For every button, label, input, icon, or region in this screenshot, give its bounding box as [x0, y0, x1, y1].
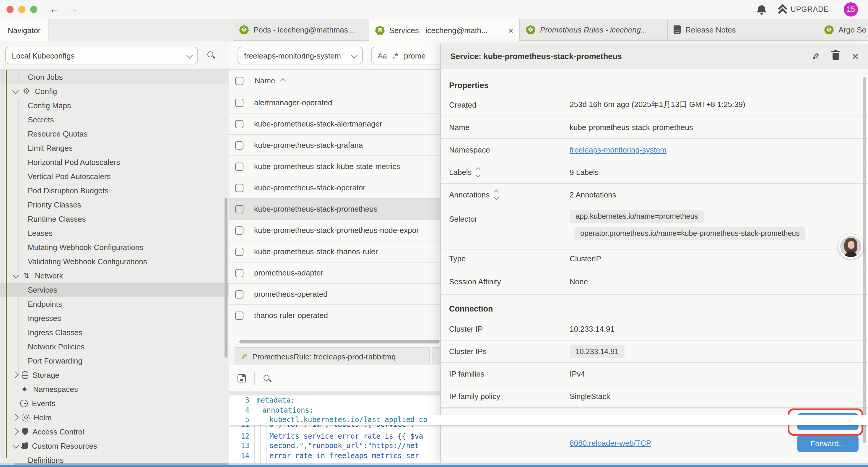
upgrade-chevrons-icon[interactable] — [778, 4, 786, 13]
expand-collapse-icon[interactable] — [494, 191, 498, 199]
line-number: 3 — [229, 396, 256, 405]
sidebar-tree-item[interactable]: Secrets — [0, 112, 229, 126]
property-row-labels: Labels 9 Labels — [441, 162, 868, 184]
sidebar-tree-item[interactable]: Validating Webhook Configurations — [0, 254, 229, 268]
sidebar-tree-item[interactable]: Config — [0, 84, 229, 98]
sidebar-tree-item[interactable]: Access Control — [0, 425, 229, 439]
table-horizontal-scrollbar[interactable] — [239, 340, 440, 344]
sidebar-horizontal-scrollbar[interactable] — [14, 463, 228, 465]
tree-item-icon — [22, 371, 28, 379]
namespace-selector[interactable]: freeleaps-monitoring-system — [238, 47, 363, 64]
namespace-link[interactable]: freeleaps-monitoring-system — [569, 145, 666, 154]
row-checkbox[interactable] — [235, 311, 243, 320]
sidebar-tree-item[interactable]: Vertical Pod Autoscalers — [0, 169, 229, 183]
row-checkbox[interactable] — [235, 290, 243, 298]
drawer-title: Service: kube-prometheus-stack-prometheu… — [450, 52, 622, 61]
code-link[interactable]: https://net — [372, 442, 419, 450]
sidebar-tree-item[interactable]: Ingress Classes — [0, 325, 229, 339]
save-icon[interactable] — [238, 374, 246, 382]
notification-count-badge[interactable]: 15 — [844, 2, 858, 17]
kubeconfig-selector[interactable]: Local Kubeconfigs — [5, 47, 198, 64]
sidebar-tree-item[interactable]: Horizontal Pod Autoscalers — [0, 155, 229, 169]
toolbar-divider — [254, 372, 255, 384]
sidebar-tree-item[interactable]: Services — [0, 283, 229, 297]
navigator-panel-tab[interactable]: Navigator — [0, 19, 49, 41]
close-tab-icon[interactable]: × — [505, 25, 514, 35]
sidebar-tree-item[interactable]: Network — [0, 268, 229, 283]
row-checkbox[interactable] — [235, 98, 243, 107]
row-checkbox[interactable] — [235, 141, 243, 149]
tree-chevron-icon[interactable] — [12, 372, 19, 378]
column-divider — [249, 76, 249, 86]
sidebar-tree-item[interactable]: Custom Resources — [0, 439, 229, 453]
row-checkbox[interactable] — [235, 183, 243, 192]
tab-prometheus-rules[interactable]: Prometheus Rules - icecheng... — [520, 19, 668, 41]
delete-icon[interactable] — [833, 53, 839, 60]
back-arrow-icon[interactable]: ← — [47, 2, 61, 17]
sidebar-scrollbar[interactable] — [224, 198, 227, 358]
drawer-scrollbar[interactable] — [863, 77, 866, 443]
tab-services[interactable]: Services - icecheng@math... × — [369, 19, 520, 41]
line-number: 4 — [229, 406, 256, 414]
sidebar-tree-item[interactable]: Definitions — [0, 453, 229, 463]
sidebar-tree-item[interactable]: Storage — [0, 368, 229, 382]
tab-argo[interactable]: Argo Se — [818, 19, 868, 41]
sidebar-tree-item[interactable]: Helm — [0, 410, 229, 425]
sidebar-tree-item[interactable]: Limit Ranges — [0, 141, 229, 155]
avatar-body — [845, 251, 857, 257]
row-checkbox[interactable] — [235, 269, 243, 277]
select-all-checkbox[interactable] — [235, 77, 243, 85]
row-checkbox[interactable] — [235, 120, 243, 128]
sidebar-tree-item[interactable]: Resource Quotas — [0, 126, 229, 141]
tree-chevron-icon[interactable] — [12, 428, 19, 435]
upgrade-label[interactable]: UPGRADE — [790, 5, 829, 13]
navigator-sidebar: Local Kubeconfigs Cron Jobs Config — [0, 41, 229, 463]
forward-button-8080[interactable]: Forward... — [797, 435, 859, 452]
sidebar-tree-item[interactable]: Endpoints — [0, 297, 229, 311]
sidebar-tree-item[interactable]: Ingresses — [0, 311, 229, 325]
tree-chevron-icon[interactable] — [12, 442, 19, 449]
sidebar-tree-item[interactable]: Leases — [0, 226, 229, 240]
sidebar-tree-item[interactable]: Namespaces — [0, 382, 229, 396]
tree-chevron-icon[interactable] — [12, 87, 19, 94]
editor-tab-prometheusrule[interactable]: ✎ PrometheusRule: freeleaps-prod-rabbitm… — [235, 347, 430, 365]
row-checkbox[interactable] — [235, 162, 243, 171]
tab-release-notes[interactable]: Release Notes — [668, 19, 818, 41]
tree-item-icon — [20, 399, 28, 407]
close-window-button[interactable] — [6, 6, 13, 13]
sort-ascending-icon[interactable] — [280, 78, 286, 84]
property-row-namespace: Namespace freeleaps-monitoring-system — [441, 139, 868, 162]
sidebar-tree-item[interactable]: Mutating Webhook Configurations — [0, 240, 229, 254]
sidebar-tree-item[interactable]: Port Forwarding — [0, 353, 229, 368]
search-icon[interactable] — [207, 51, 215, 59]
sidebar-tree-item[interactable]: Events — [0, 396, 229, 410]
sidebar-tree-item[interactable]: Priority Classes — [0, 198, 229, 212]
row-checkbox[interactable] — [235, 205, 243, 213]
maximize-window-button[interactable] — [30, 6, 37, 13]
close-drawer-icon[interactable]: × — [852, 51, 859, 62]
sidebar-tree-item[interactable]: Runtime Classes — [0, 212, 229, 226]
editor-search-icon[interactable] — [263, 374, 271, 382]
forward-arrow-icon[interactable]: → — [66, 2, 80, 17]
tree-chevron-icon[interactable] — [12, 272, 19, 279]
sidebar-tree-item[interactable]: Config Maps — [0, 98, 229, 112]
tree-chevron-icon[interactable] — [12, 414, 19, 421]
port-link-8080[interactable]: 8080:reloader-web/TCP — [569, 439, 651, 447]
regex-toggle[interactable]: .* — [393, 51, 398, 60]
tab-pods[interactable]: Pods - icecheng@mathmas... — [234, 19, 369, 41]
connection-row-ip-families: IP families IPv4 — [441, 363, 868, 385]
row-checkbox[interactable] — [235, 247, 243, 256]
edit-icon[interactable]: ✎ — [812, 51, 819, 62]
sidebar-tree-item[interactable]: Network Policies — [0, 339, 229, 353]
notifications-bell-icon[interactable] — [758, 5, 765, 12]
minimize-window-button[interactable] — [18, 6, 25, 13]
avatar[interactable] — [838, 234, 863, 259]
match-case-toggle[interactable]: Aa — [378, 51, 387, 60]
row-checkbox[interactable] — [235, 226, 243, 234]
expand-collapse-icon[interactable] — [476, 168, 480, 177]
line-number: 11 — [229, 425, 256, 429]
name-column-header[interactable]: Name — [255, 76, 275, 85]
tree-item-icon — [22, 271, 31, 280]
sidebar-tree-item[interactable]: Pod Disruption Budgets — [0, 183, 229, 198]
sidebar-tree-item[interactable]: Cron Jobs — [0, 70, 229, 84]
